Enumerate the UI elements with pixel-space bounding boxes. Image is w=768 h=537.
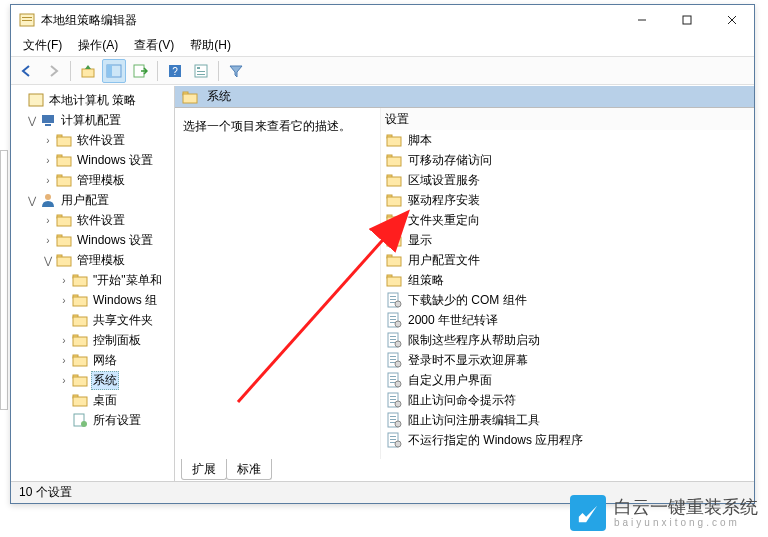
maximize-button[interactable] bbox=[664, 5, 709, 35]
list-column: 设置 脚本可移动存储访问区域设置服务驱动程序安装文件夹重定向显示用户配置文件组策… bbox=[380, 108, 754, 459]
expander-icon[interactable]: ⋁ bbox=[25, 113, 39, 127]
svg-rect-84 bbox=[390, 359, 396, 360]
expander-icon[interactable]: › bbox=[57, 273, 71, 287]
tab-standard[interactable]: 标准 bbox=[226, 459, 272, 480]
tree-item[interactable]: ›控制面板 bbox=[11, 330, 175, 350]
list-item-setting[interactable]: 阻止访问注册表编辑工具 bbox=[381, 410, 754, 430]
folder-icon bbox=[56, 212, 72, 228]
details-pane: 系统 选择一个项目来查看它的描述。 设置 脚本可移动存储访问区域设置服务驱动程序… bbox=[175, 86, 754, 481]
tree-item[interactable]: ›管理模板 bbox=[11, 170, 175, 190]
setting-icon bbox=[386, 432, 402, 448]
svg-rect-94 bbox=[390, 399, 396, 400]
path-header[interactable]: 系统 bbox=[175, 86, 754, 108]
close-button[interactable] bbox=[709, 5, 754, 35]
nav-forward-button[interactable] bbox=[41, 59, 65, 83]
settings-list[interactable]: 脚本可移动存储访问区域设置服务驱动程序安装文件夹重定向显示用户配置文件组策略下载… bbox=[381, 130, 754, 459]
list-item-label: 可移动存储访问 bbox=[408, 152, 492, 169]
svg-point-106 bbox=[395, 441, 401, 447]
list-item-setting[interactable]: 2000 年世纪转译 bbox=[381, 310, 754, 330]
svg-rect-32 bbox=[57, 257, 71, 266]
svg-rect-42 bbox=[73, 357, 87, 366]
minimize-button[interactable] bbox=[619, 5, 664, 35]
titlebar[interactable]: 本地组策略编辑器 bbox=[11, 5, 754, 35]
svg-rect-4 bbox=[683, 16, 691, 24]
list-item-folder[interactable]: 区域设置服务 bbox=[381, 170, 754, 190]
menu-help[interactable]: 帮助(H) bbox=[182, 35, 239, 56]
export-list-button[interactable] bbox=[128, 59, 152, 83]
list-item-label: 限制这些程序从帮助启动 bbox=[408, 332, 540, 349]
list-item-label: 显示 bbox=[408, 232, 432, 249]
help-button[interactable]: ? bbox=[163, 59, 187, 83]
expander-icon[interactable]: › bbox=[57, 293, 71, 307]
list-item-setting[interactable]: 自定义用户界面 bbox=[381, 370, 754, 390]
list-item-setting[interactable]: 下载缺少的 COM 组件 bbox=[381, 290, 754, 310]
list-item-folder[interactable]: 驱动程序安装 bbox=[381, 190, 754, 210]
list-item-folder[interactable]: 可移动存储访问 bbox=[381, 150, 754, 170]
tree-item[interactable]: ›所有设置 bbox=[11, 410, 175, 430]
tree-item[interactable]: ›软件设置 bbox=[11, 210, 175, 230]
tree-item[interactable]: ›"开始"菜单和 bbox=[11, 270, 175, 290]
expander-icon[interactable]: › bbox=[41, 233, 55, 247]
list-item-folder[interactable]: 组策略 bbox=[381, 270, 754, 290]
list-item-label: 文件夹重定向 bbox=[408, 212, 480, 229]
folder-icon bbox=[386, 252, 402, 268]
menu-view[interactable]: 查看(V) bbox=[126, 35, 182, 56]
tree-item[interactable]: ›网络 bbox=[11, 350, 175, 370]
tree-item[interactable]: ›软件设置 bbox=[11, 130, 175, 150]
body: ▸ 本地计算机 策略 ⋁ 计算机配置 ›软件设置 ›Windows 设置 ›管理… bbox=[11, 86, 754, 481]
policy-root-icon bbox=[28, 92, 44, 108]
expander-icon[interactable]: › bbox=[41, 213, 55, 227]
properties-button[interactable] bbox=[189, 59, 213, 83]
svg-rect-74 bbox=[390, 319, 396, 320]
policy-tree: ▸ 本地计算机 策略 ⋁ 计算机配置 ›软件设置 ›Windows 设置 ›管理… bbox=[11, 86, 175, 434]
tree-computer-config[interactable]: ⋁ 计算机配置 bbox=[11, 110, 175, 130]
list-item-label: 下载缺少的 COM 组件 bbox=[408, 292, 527, 309]
tree-item[interactable]: ›系统 bbox=[11, 370, 175, 390]
list-item-folder[interactable]: 显示 bbox=[381, 230, 754, 250]
expander-icon[interactable]: ⋁ bbox=[41, 253, 55, 267]
tree-item[interactable]: ›Windows 设置 bbox=[11, 150, 175, 170]
tree-item[interactable]: ›共享文件夹 bbox=[11, 310, 175, 330]
list-item-label: 用户配置文件 bbox=[408, 252, 480, 269]
tree-label: Windows 组 bbox=[91, 291, 159, 310]
nav-back-button[interactable] bbox=[15, 59, 39, 83]
tree-pane[interactable]: ▸ 本地计算机 策略 ⋁ 计算机配置 ›软件设置 ›Windows 设置 ›管理… bbox=[11, 86, 175, 481]
tree-item[interactable]: ›桌面 bbox=[11, 390, 175, 410]
svg-point-26 bbox=[45, 194, 51, 200]
column-header-label: 设置 bbox=[385, 111, 409, 128]
expander-icon[interactable]: › bbox=[41, 133, 55, 147]
expander-icon[interactable]: › bbox=[57, 373, 71, 387]
folder-icon bbox=[386, 172, 402, 188]
tree-admin-templates[interactable]: ⋁管理模板 bbox=[11, 250, 175, 270]
up-level-button[interactable] bbox=[76, 59, 100, 83]
expander-icon[interactable]: ⋁ bbox=[25, 193, 39, 207]
column-header[interactable]: 设置 bbox=[381, 108, 754, 130]
tree-item[interactable]: ›Windows 设置 bbox=[11, 230, 175, 250]
expander-icon[interactable]: › bbox=[41, 173, 55, 187]
list-item-setting[interactable]: 登录时不显示欢迎屏幕 bbox=[381, 350, 754, 370]
tab-extended[interactable]: 扩展 bbox=[181, 459, 227, 480]
tree-root[interactable]: ▸ 本地计算机 策略 bbox=[11, 90, 175, 110]
list-item-setting[interactable]: 阻止访问命令提示符 bbox=[381, 390, 754, 410]
tree-user-config[interactable]: ⋁ 用户配置 bbox=[11, 190, 175, 210]
tree-item[interactable]: ›Windows 组 bbox=[11, 290, 175, 310]
svg-rect-68 bbox=[390, 296, 396, 297]
expander-icon[interactable]: › bbox=[57, 333, 71, 347]
filter-button[interactable] bbox=[224, 59, 248, 83]
svg-rect-78 bbox=[390, 336, 396, 337]
tree-label: 共享文件夹 bbox=[91, 311, 155, 330]
list-item-setting[interactable]: 限制这些程序从帮助启动 bbox=[381, 330, 754, 350]
menu-action[interactable]: 操作(A) bbox=[70, 35, 126, 56]
setting-icon bbox=[386, 312, 402, 328]
expander-icon[interactable]: › bbox=[41, 153, 55, 167]
expander-icon[interactable]: › bbox=[57, 353, 71, 367]
list-item-folder[interactable]: 脚本 bbox=[381, 130, 754, 150]
list-item-folder[interactable]: 用户配置文件 bbox=[381, 250, 754, 270]
list-item-setting[interactable]: 不运行指定的 Windows 应用程序 bbox=[381, 430, 754, 450]
window-title: 本地组策略编辑器 bbox=[41, 12, 619, 29]
menu-file[interactable]: 文件(F) bbox=[15, 35, 70, 56]
show-hide-tree-button[interactable] bbox=[102, 59, 126, 83]
svg-rect-44 bbox=[73, 377, 87, 386]
svg-point-76 bbox=[395, 321, 401, 327]
list-item-folder[interactable]: 文件夹重定向 bbox=[381, 210, 754, 230]
